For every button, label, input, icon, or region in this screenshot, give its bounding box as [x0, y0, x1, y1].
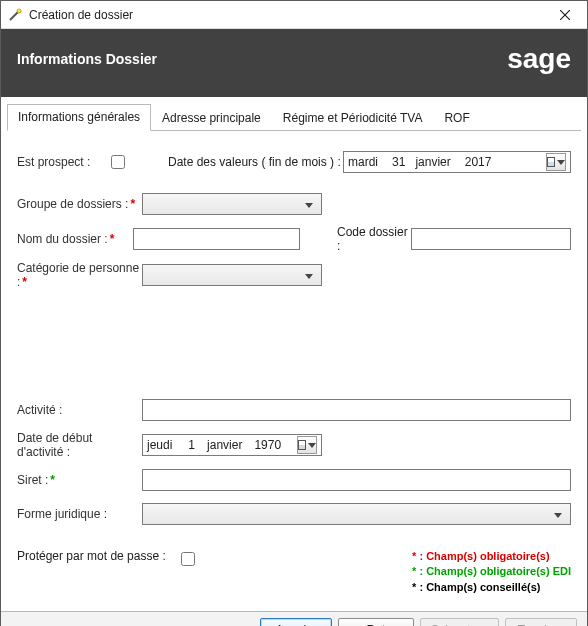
date-year: 2017 — [465, 155, 492, 169]
nom-dossier-label: Nom du dossier :* — [17, 232, 133, 246]
calendar-icon — [547, 157, 555, 167]
retour-button[interactable]: << Retour — [338, 618, 413, 626]
categorie-personne-select[interactable] — [142, 264, 322, 286]
categorie-personne-label: Catégorie de personne :* — [17, 261, 142, 289]
date-day: 31 — [392, 155, 405, 169]
date-debut-picker[interactable]: jeudi 1 janvier 1970 — [142, 434, 322, 456]
brand-logo: sage — [507, 43, 571, 75]
groupe-dossiers-select[interactable] — [142, 193, 322, 215]
legend-required: * : Champ(s) obligatoire(s) — [412, 549, 571, 564]
date-day: 1 — [188, 438, 195, 452]
row-categorie: Catégorie de personne :* — [17, 261, 571, 289]
header-band: Informations Dossier sage — [1, 29, 587, 97]
chevron-down-icon — [301, 197, 317, 211]
tab-label: ROF — [444, 111, 469, 125]
activite-input[interactable] — [142, 399, 571, 421]
est-prospect-label: Est prospect : — [17, 155, 107, 169]
tab-rof[interactable]: ROF — [433, 105, 480, 131]
button-bar: Annuler << Retour Suivant >> Terminer — [1, 611, 587, 626]
window-title: Création de dossier — [29, 8, 543, 22]
titlebar: Création de dossier — [1, 1, 587, 29]
date-valeurs-picker[interactable]: mardi 31 janvier 2017 — [343, 151, 571, 173]
required-legend: * : Champ(s) obligatoire(s) * : Champ(s)… — [412, 549, 571, 595]
close-icon — [560, 10, 570, 20]
header-title: Informations Dossier — [17, 51, 157, 67]
row-nom-code: Nom du dossier :* Code dossier : — [17, 225, 571, 253]
row-date-debut: Date de début d'activité : jeudi 1 janvi… — [17, 431, 571, 459]
annuler-button[interactable]: Annuler — [260, 618, 332, 626]
date-dayname: jeudi — [147, 438, 172, 452]
calendar-button[interactable] — [297, 436, 317, 454]
date-year: 1970 — [254, 438, 281, 452]
tab-label: Adresse principale — [162, 111, 261, 125]
row-activite: Activité : — [17, 397, 571, 423]
chevron-down-icon — [301, 268, 317, 282]
code-dossier-input[interactable] — [411, 228, 571, 250]
tab-label: Régime et Périodicité TVA — [283, 111, 423, 125]
chevron-down-icon — [557, 160, 565, 165]
row-siret: Siret :* — [17, 467, 571, 493]
tab-informations-generales[interactable]: Informations générales — [7, 104, 151, 131]
suivant-button[interactable]: Suivant >> — [420, 618, 499, 626]
date-month: janvier — [415, 155, 450, 169]
legend-required-edi: * : Champ(s) obligatoire(s) EDI — [412, 564, 571, 579]
forme-juridique-label: Forme juridique : — [17, 507, 142, 521]
date-month: janvier — [207, 438, 242, 452]
siret-label: Siret :* — [17, 473, 142, 487]
close-button[interactable] — [543, 1, 587, 29]
dialog-window: Création de dossier Informations Dossier… — [0, 0, 588, 626]
chevron-down-icon — [308, 443, 316, 448]
chevron-down-icon — [550, 507, 566, 521]
date-debut-label: Date de début d'activité : — [17, 431, 142, 459]
wizard-icon — [7, 7, 23, 23]
tabs-outer: Informations générales Adresse principal… — [1, 97, 587, 131]
nom-dossier-input[interactable] — [133, 228, 300, 250]
tab-panel: Est prospect : Date des valeurs ( fin de… — [1, 131, 587, 611]
calendar-icon — [298, 440, 306, 450]
date-dayname: mardi — [348, 155, 378, 169]
row-prospect-date: Est prospect : Date des valeurs ( fin de… — [17, 149, 571, 175]
tabs: Informations générales Adresse principal… — [7, 103, 581, 131]
tab-regime-tva[interactable]: Régime et Périodicité TVA — [272, 105, 434, 131]
terminer-button[interactable]: Terminer — [505, 618, 577, 626]
code-dossier-label: Code dossier : — [337, 225, 411, 253]
legend-advised: * : Champ(s) conseillé(s) — [412, 580, 571, 595]
siret-input[interactable] — [142, 469, 571, 491]
tab-adresse-principale[interactable]: Adresse principale — [151, 105, 272, 131]
groupe-dossiers-label: Groupe de dossiers :* — [17, 197, 142, 211]
date-valeurs-label: Date des valeurs ( fin de mois ) : — [168, 155, 343, 169]
tab-label: Informations générales — [18, 110, 140, 124]
row-protect-legend: Protéger par mot de passe : * : Champ(s)… — [17, 549, 571, 595]
row-groupe-dossiers: Groupe de dossiers :* — [17, 191, 571, 217]
est-prospect-checkbox[interactable] — [111, 155, 125, 169]
proteger-checkbox[interactable] — [181, 552, 195, 566]
forme-juridique-select[interactable] — [142, 503, 571, 525]
row-forme-juridique: Forme juridique : — [17, 501, 571, 527]
activite-label: Activité : — [17, 403, 142, 417]
proteger-label: Protéger par mot de passe : — [17, 549, 177, 563]
calendar-button[interactable] — [546, 153, 566, 171]
